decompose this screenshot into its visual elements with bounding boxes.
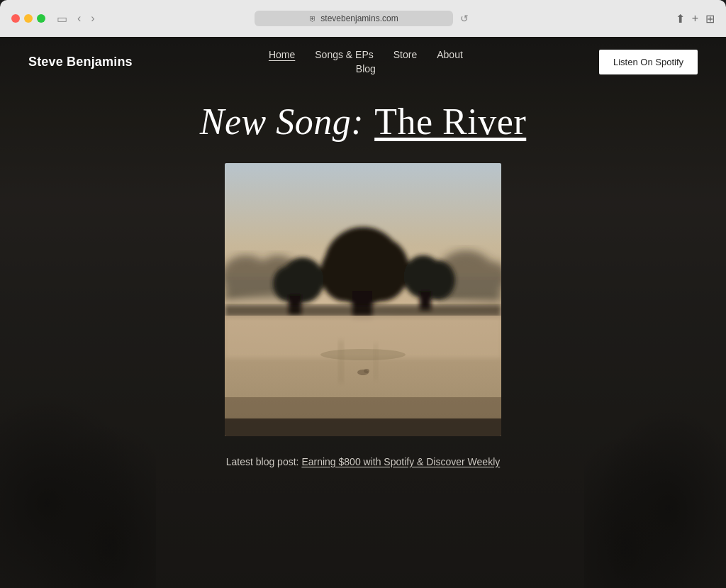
browser-toolbar: ▭ ‹ › xyxy=(45,11,98,27)
hero-title-italic: New Song: xyxy=(200,101,364,142)
maximize-button[interactable] xyxy=(37,14,45,23)
blog-post-line: Latest blog post: Earning $800 with Spot… xyxy=(226,456,501,467)
nav-songs[interactable]: Songs & EPs xyxy=(315,49,374,60)
address-bar-container: ⛨ stevebenjamins.com ↺ xyxy=(255,11,471,26)
website: Steve Benjamins Home Songs & EPs Store A… xyxy=(0,37,726,588)
blog-post-prefix: Latest blog post: xyxy=(226,456,299,467)
album-art[interactable] xyxy=(225,163,501,436)
new-tab-icon[interactable]: + xyxy=(692,12,698,25)
browser-chrome: ▭ ‹ › ⛨ stevebenjamins.com ↺ ⬆ + ⊞ xyxy=(0,0,726,37)
nav-row-2: Blog xyxy=(356,63,376,74)
traffic-lights xyxy=(0,14,45,23)
url-text: stevebenjamins.com xyxy=(320,13,398,23)
address-bar[interactable]: ⛨ stevebenjamins.com xyxy=(255,11,453,26)
svg-point-28 xyxy=(364,369,369,373)
grid-view-icon[interactable]: ⊞ xyxy=(705,12,715,26)
share-icon[interactable]: ⬆ xyxy=(676,12,685,26)
browser-actions: ⬆ + ⊞ xyxy=(676,12,715,26)
back-icon[interactable]: ‹ xyxy=(74,11,84,26)
svg-rect-25 xyxy=(338,340,344,383)
nav-right: Listen On Spotify xyxy=(599,50,698,74)
hero-title: New Song: The River xyxy=(200,101,526,143)
close-button[interactable] xyxy=(11,14,20,23)
main-content: New Song: The River xyxy=(0,87,726,467)
nav-store[interactable]: Store xyxy=(393,49,417,60)
nav-row-1: Home Songs & EPs Store About xyxy=(269,49,463,60)
river-image xyxy=(225,163,501,436)
security-icon: ⛨ xyxy=(309,15,316,23)
listen-spotify-button[interactable]: Listen On Spotify xyxy=(599,50,698,74)
svg-rect-26 xyxy=(374,344,378,379)
site-logo[interactable]: Steve Benjamins xyxy=(28,55,133,70)
reload-icon[interactable]: ↺ xyxy=(457,11,471,26)
nav-center: Home Songs & EPs Store About Blog xyxy=(133,49,599,74)
nav-blog[interactable]: Blog xyxy=(356,63,376,74)
svg-point-24 xyxy=(320,349,406,360)
sidebar-toggle-icon[interactable]: ▭ xyxy=(54,11,70,27)
minimize-button[interactable] xyxy=(24,14,33,23)
hero-title-main: The River xyxy=(374,101,526,142)
nav: Steve Benjamins Home Songs & EPs Store A… xyxy=(0,37,726,87)
svg-rect-30 xyxy=(225,418,501,436)
nav-home[interactable]: Home xyxy=(269,49,295,60)
forward-icon[interactable]: › xyxy=(88,11,97,26)
blog-post-link[interactable]: Earning $800 with Spotify & Discover Wee… xyxy=(301,456,500,467)
nav-about[interactable]: About xyxy=(437,49,463,60)
